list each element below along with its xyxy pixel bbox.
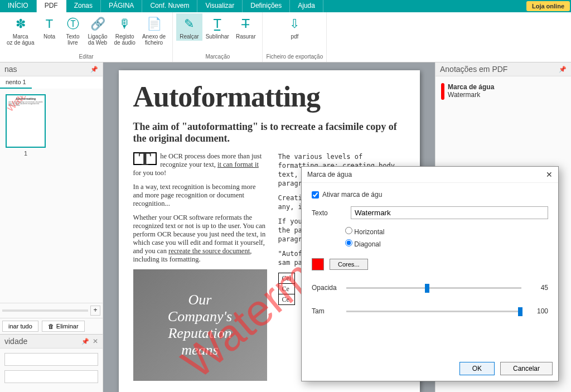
checkbox-label: Ativar marca de águ (322, 191, 382, 199)
delete-button[interactable]: 🗑Eliminar (42, 321, 85, 332)
menu-tab-confnuvem[interactable]: Conf. Nuvem (142, 0, 197, 12)
thumbnail-list: Autoformatting aim of autoformatting is … (0, 89, 103, 162)
image-text: means (181, 342, 218, 359)
body-text: for you too! (133, 169, 167, 177)
menubar: INÍCIO PDF Zonas PÁGINA Conf. Nuvem Visu… (0, 0, 571, 12)
group-label: Marcação (205, 54, 230, 61)
document-tab[interactable]: nento 1 (0, 76, 32, 89)
label: de áudio (114, 40, 136, 46)
shop-online-button[interactable]: Loja online (526, 1, 570, 11)
pin-icon[interactable]: 📌 (90, 66, 98, 73)
group-label: Ficheiro de exportação (266, 54, 323, 61)
page-thumbnail[interactable]: Autoformatting aim of autoformatting is … (6, 94, 46, 148)
highlighter-icon: ✎ (184, 16, 194, 32)
ribbon-group-export: ⇩ pdf Ficheiro de exportação (263, 12, 327, 62)
activity-input-2[interactable] (4, 370, 98, 383)
activity-panel-title: vidade (4, 337, 27, 346)
opacity-label: Opacida (312, 284, 340, 292)
file-attachment-button[interactable]: 📄 Anexo deficheiro (139, 13, 169, 47)
attachment-icon: 📄 (147, 16, 162, 32)
label: pdf (291, 33, 298, 40)
label: Texto (66, 33, 80, 40)
opacity-slider[interactable] (346, 287, 521, 289)
activity-input-1[interactable] (4, 353, 98, 366)
delete-all-button[interactable]: inar tudo (2, 321, 38, 332)
menu-tab-pdf[interactable]: PDF (37, 0, 66, 12)
underline-icon: T̲ (214, 16, 221, 32)
watermark-text-input[interactable] (351, 206, 548, 219)
left-sidebar: nas 📌 nento 1 Autoformatting aim of auto… (0, 62, 103, 392)
strikethrough-button[interactable]: T̶ Rasurar (233, 13, 259, 41)
text-field-label: Texto (312, 209, 345, 217)
ribbon-group-editar: ✽ Marcaoz de água T Nota Ⓣ Textolivre 🔗 … (0, 12, 173, 62)
audio-record-button[interactable]: 🎙 Registode áudio (111, 13, 139, 47)
label: oz de água (7, 40, 35, 46)
annotation-item[interactable]: Marca de água Watermark (440, 81, 567, 102)
close-icon[interactable]: ✕ (93, 337, 98, 345)
pdf-icon: ⇩ (289, 16, 299, 32)
annotation-color-badge (441, 83, 444, 100)
size-value: 100 (528, 307, 548, 315)
menu-tab-zonas[interactable]: Zonas (66, 0, 101, 12)
label: Sublinhar (206, 33, 229, 40)
note-icon: T (46, 16, 53, 32)
label: livre (67, 40, 78, 46)
label: Registo (115, 33, 134, 40)
label: Rasurar (236, 33, 256, 40)
activity-panel-header: vidade 📌 ✕ (0, 335, 103, 349)
colors-button[interactable]: Cores... (330, 259, 368, 270)
body-text: recreate the source document (168, 247, 250, 255)
doc-table: Cel Ce Ce (278, 273, 296, 305)
label: Nota (43, 33, 55, 40)
close-icon[interactable]: ✕ (546, 170, 553, 179)
checkbox-input[interactable] (312, 191, 319, 199)
table-cell: Ce (278, 294, 295, 305)
image-text: Reputation (168, 325, 231, 342)
opacity-value: 45 (528, 284, 548, 292)
annotation-title: Marca de água (448, 83, 494, 91)
image-text: Company's (168, 308, 232, 325)
column-left: The OCR process does more than just reco… (133, 152, 267, 381)
watermark-button[interactable]: ✽ Marcaoz de água (3, 13, 38, 47)
ribbon-group-marcacao: ✎ Realçar T̲ Sublinhar T̶ Rasurar Marcaç… (173, 12, 263, 62)
size-slider[interactable] (346, 311, 521, 312)
dialog-titlebar[interactable]: Marca de água ✕ (302, 167, 558, 183)
menu-tab-definicoes[interactable]: Definições (243, 0, 290, 12)
activate-watermark-checkbox[interactable]: Ativar marca de águ (312, 191, 382, 199)
body-text: In a way, text recognition is becoming m… (133, 183, 267, 208)
body-text: it can format it (217, 161, 259, 168)
group-label: Editar (79, 54, 94, 61)
thumb-zoom-plus[interactable]: + (90, 306, 100, 316)
label: Ligação (88, 33, 108, 40)
thumb-zoom-controls: + (0, 303, 103, 318)
embedded-image: Our Company's Reputation means (133, 269, 267, 381)
menu-tab-inicio[interactable]: INÍCIO (0, 0, 37, 12)
image-text: Our (188, 292, 212, 308)
thumb-zoom-slider[interactable] (2, 309, 88, 312)
link-icon: 🔗 (90, 16, 105, 32)
pin-icon[interactable]: 📌 (81, 338, 89, 345)
horizontal-radio[interactable]: Horizontal (345, 227, 384, 236)
diagonal-radio[interactable]: Diagonal (345, 239, 384, 248)
watermark-dialog: Marca de água ✕ Ativar marca de águ Text… (301, 166, 559, 381)
doc-title: Autoformatting (133, 80, 405, 113)
trash-icon: 🗑 (48, 323, 54, 330)
menu-tab-ajuda[interactable]: Ajuda (290, 0, 323, 12)
highlight-button[interactable]: ✎ Realçar (176, 13, 202, 41)
pages-panel-header: nas 📌 (0, 62, 103, 76)
activity-panel: vidade 📌 ✕ (0, 334, 103, 392)
export-pdf-button[interactable]: ⇩ pdf (283, 13, 306, 41)
free-text-button[interactable]: Ⓣ Textolivre (61, 13, 85, 47)
ok-button[interactable]: OK (459, 362, 495, 375)
label: Marca (13, 33, 28, 40)
cancel-button[interactable]: Cancelar (500, 362, 553, 375)
annotations-title: Anotações em PDF (440, 65, 507, 74)
pin-icon[interactable]: 📌 (559, 66, 567, 73)
doc-subtitle: The aim of "autoformatting" is to recrea… (133, 121, 405, 144)
menu-tab-visualizar[interactable]: Visualizar (197, 0, 243, 12)
thumbnail-number: 1 (6, 150, 46, 157)
underline-button[interactable]: T̲ Sublinhar (202, 13, 233, 41)
note-button[interactable]: T Nota (38, 13, 61, 47)
menu-tab-pagina[interactable]: PÁGINA (101, 0, 142, 12)
web-link-button[interactable]: 🔗 Ligaçãoda Web (85, 13, 111, 47)
